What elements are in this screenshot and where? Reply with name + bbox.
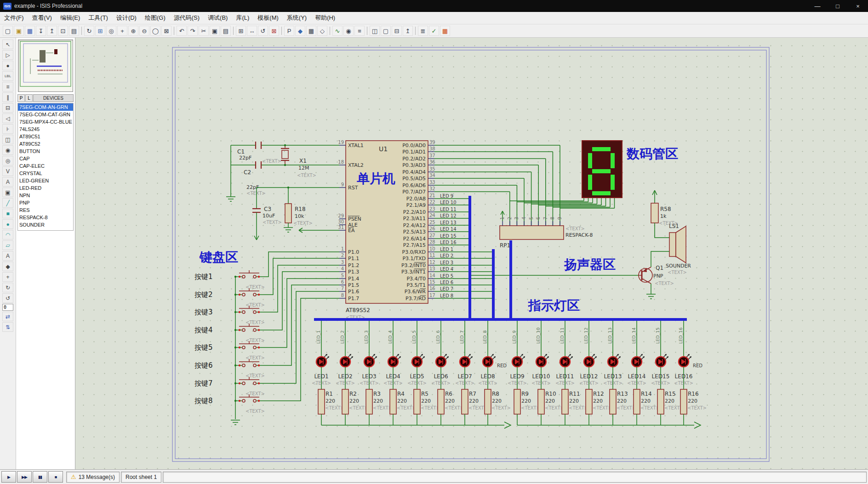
new-file-icon[interactable]: ▢	[3, 26, 13, 36]
device-item[interactable]: AT89C52	[18, 140, 73, 148]
wire-autorouter-icon[interactable]: ∿	[332, 26, 343, 36]
electrical-rule-check-icon[interactable]: ✓	[429, 26, 439, 36]
property-assignment-icon[interactable]: ≡	[354, 26, 365, 36]
device-item[interactable]: CAP	[18, 155, 73, 162]
menu-item-8[interactable]: 库(L)	[232, 12, 253, 24]
menu-item-7[interactable]: 调试(B)	[204, 12, 232, 24]
redraw-display-icon[interactable]: ↻	[84, 26, 94, 36]
2d-line-mode-icon[interactable]: ╱	[2, 198, 13, 208]
device-item[interactable]: RES	[18, 206, 73, 214]
junction-dot-mode-icon[interactable]: ●	[2, 61, 13, 70]
minimize-button[interactable]: —	[807, 0, 828, 12]
2d-box-mode-icon[interactable]: ■	[2, 209, 13, 218]
netlist-to-ares-icon[interactable]: ▦	[440, 26, 450, 36]
design-explorer-icon[interactable]: ◫	[370, 26, 380, 36]
zoom-out-icon[interactable]: ⊖	[139, 26, 149, 36]
seven-segment-display[interactable]	[582, 141, 622, 198]
step-button[interactable]: ▶▶	[17, 471, 32, 483]
block-copy-icon[interactable]: ⊞	[236, 26, 246, 36]
rotate-clockwise-icon[interactable]: ↻	[2, 283, 13, 292]
copy-icon[interactable]: ▣	[210, 26, 220, 36]
open-design-icon[interactable]: ▣	[14, 26, 24, 36]
menu-item-5[interactable]: 绘图(G)	[141, 12, 170, 24]
message-panel[interactable]: ⚠ 13 Message(s)	[66, 472, 120, 483]
current-probe-mode-icon[interactable]: A	[2, 177, 13, 187]
false-origin-icon[interactable]: ◎	[106, 26, 116, 36]
2d-arc-mode-icon[interactable]: ◠	[2, 230, 13, 239]
redo-icon[interactable]: ↷	[188, 26, 198, 36]
2d-symbol-mode-icon[interactable]: ◆	[2, 262, 13, 271]
block-move-icon[interactable]: ↔	[247, 26, 257, 36]
export-section-icon[interactable]: ↥	[47, 26, 57, 36]
subcircuit-mode-icon[interactable]: ⊟	[2, 103, 13, 113]
pick-device-icon[interactable]: P	[284, 26, 294, 36]
wire-label-mode-icon[interactable]: LBL	[2, 71, 13, 81]
rp1-respack[interactable]: RP1 <TEXT> RESPACK-8	[500, 211, 593, 249]
crystal-circuit[interactable]: C1 22pF <TEXT> C2 22pF <TEXT> X1 12M <TE…	[226, 142, 339, 201]
menu-item-0[interactable]: 文件(F)	[0, 12, 28, 24]
text-script-mode-icon[interactable]: ≡	[2, 82, 13, 91]
device-item[interactable]: SOUNDER	[18, 221, 73, 228]
stop-button[interactable]: ■	[48, 471, 63, 483]
device-item[interactable]: 7SEG-MPX4-CC-BLUE	[18, 118, 73, 125]
goto-sheet-icon[interactable]: ↥	[403, 26, 413, 36]
menu-item-1[interactable]: 查看(V)	[28, 12, 56, 24]
center-at-cursor-icon[interactable]: +	[117, 26, 127, 36]
toggle-grid-icon[interactable]: ⊞	[95, 26, 105, 36]
zoom-area-icon[interactable]: ⊠	[161, 26, 171, 36]
device-pins-mode-icon[interactable]: ⊦	[2, 124, 13, 134]
device-item[interactable]: 7SEG-COM-AN-GRN	[18, 103, 73, 111]
menu-item-9[interactable]: 模板(M)	[253, 12, 283, 24]
rotation-angle-input[interactable]	[2, 304, 13, 311]
device-item[interactable]: 74LS245	[18, 125, 73, 133]
packaging-tool-icon[interactable]: ▦	[306, 26, 316, 36]
markers-mode-icon[interactable]: +	[2, 272, 13, 282]
mirror-horizontal-icon[interactable]: ⇄	[2, 312, 13, 321]
push-button-2[interactable]: 按键2<TEXT>	[194, 258, 339, 307]
device-item[interactable]: AT89C51	[18, 133, 73, 140]
buses-mode-icon[interactable]: ∥	[2, 92, 13, 102]
voltage-probe-mode-icon[interactable]: V	[2, 166, 13, 176]
pause-button[interactable]: ▮▮	[33, 471, 47, 483]
pick-devices-button[interactable]: P	[17, 94, 25, 102]
virtual-instruments-mode-icon[interactable]: ▣	[2, 188, 13, 197]
save-design-icon[interactable]: ▦	[25, 26, 35, 36]
maximize-button[interactable]: □	[828, 0, 848, 12]
menu-item-4[interactable]: 设计(D)	[112, 12, 141, 24]
make-device-icon[interactable]: ◆	[295, 26, 305, 36]
decompose-icon[interactable]: ◇	[317, 26, 327, 36]
rotate-anticlockwise-icon[interactable]: ↺	[2, 293, 13, 303]
device-item[interactable]: PNP	[18, 199, 73, 206]
library-button[interactable]: L	[25, 94, 33, 102]
menu-item-6[interactable]: 源代码(S)	[170, 12, 204, 24]
mark-output-area-icon[interactable]: ▤	[69, 26, 79, 36]
2d-circle-mode-icon[interactable]: ●	[2, 219, 13, 229]
device-item[interactable]: LED-GREEN	[18, 177, 73, 184]
print-design-icon[interactable]: ⊡	[58, 26, 68, 36]
tape-recorder-mode-icon[interactable]: ◉	[2, 145, 13, 155]
device-item[interactable]: NPN	[18, 192, 73, 199]
close-button[interactable]: ×	[848, 0, 868, 12]
undo-icon[interactable]: ↶	[177, 26, 187, 36]
overview-minimap[interactable]	[18, 40, 73, 92]
2d-text-mode-icon[interactable]: A	[2, 251, 13, 261]
paste-icon[interactable]: ▤	[221, 26, 231, 36]
2d-path-mode-icon[interactable]: ▱	[2, 240, 13, 250]
terminals-mode-icon[interactable]: ◁	[2, 114, 13, 123]
play-button[interactable]: ▶	[1, 471, 16, 483]
mirror-vertical-icon[interactable]: ⇅	[2, 322, 13, 332]
menu-item-2[interactable]: 编辑(E)	[56, 12, 84, 24]
cut-icon[interactable]: ✂	[199, 26, 209, 36]
new-sheet-icon[interactable]: ▢	[381, 26, 391, 36]
graph-mode-icon[interactable]: ◫	[2, 135, 13, 144]
device-item[interactable]: CRYSTAL	[18, 170, 73, 177]
menu-item-11[interactable]: 帮助(H)	[311, 12, 339, 24]
bill-of-materials-icon[interactable]: ≣	[418, 26, 428, 36]
component-mode-icon[interactable]: ▷	[2, 50, 13, 60]
device-item[interactable]: 7SEG-COM-CAT-GRN	[18, 111, 73, 118]
device-item[interactable]: LED-RED	[18, 184, 73, 192]
block-rotate-icon[interactable]: ↺	[258, 26, 268, 36]
push-button-3[interactable]: 按键3<TEXT>	[194, 265, 339, 325]
device-item[interactable]: RESPACK-8	[18, 214, 73, 221]
schematic-canvas[interactable]: C1 22pF <TEXT> C2 22pF <TEXT> X1 12M <TE…	[75, 38, 868, 469]
